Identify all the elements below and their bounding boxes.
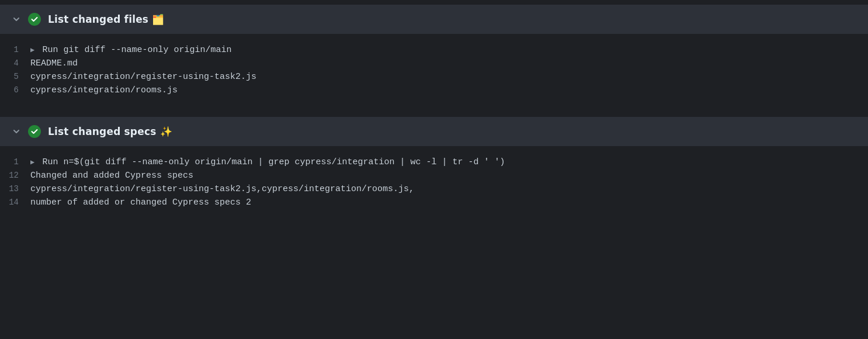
line-number: 13 xyxy=(0,184,30,193)
log-line: 1▶ Run git diff --name-only origin/main xyxy=(0,43,868,57)
chevron-down-icon xyxy=(12,128,21,135)
log-line: 13cypress/integration/register-using-tas… xyxy=(0,182,868,196)
section-header-list-changed-specs[interactable]: List changed specs ✨ xyxy=(0,117,868,146)
section-body-list-changed-specs: 1▶ Run n=$(git diff --name-only origin/m… xyxy=(0,146,868,223)
line-content: cypress/integration/register-using-task2… xyxy=(30,184,414,194)
line-content: Changed and added Cypress specs xyxy=(30,171,193,181)
line-number: 14 xyxy=(0,198,30,207)
section-header-list-changed-files[interactable]: List changed files 🗂️ xyxy=(0,5,868,34)
line-content: ▶ Run git diff --name-only origin/main xyxy=(30,45,232,55)
log-line: 14number of added or changed Cypress spe… xyxy=(0,196,868,209)
log-line: 12Changed and added Cypress specs xyxy=(0,169,868,182)
line-number: 1 xyxy=(0,157,30,167)
line-content: README.md xyxy=(30,58,78,68)
line-content: cypress/integration/register-using-task2… xyxy=(30,72,256,82)
log-line: 1▶ Run n=$(git diff --name-only origin/m… xyxy=(0,155,868,169)
log-line: 5cypress/integration/register-using-task… xyxy=(0,70,868,84)
line-number: 6 xyxy=(0,85,30,95)
play-icon: ▶ xyxy=(30,158,39,167)
main-container: List changed files 🗂️1▶ Run git diff --n… xyxy=(0,0,868,230)
line-content: cypress/integration/rooms.js xyxy=(30,85,178,95)
line-number: 12 xyxy=(0,171,30,180)
line-number: 5 xyxy=(0,72,30,81)
check-circle-icon xyxy=(28,13,41,26)
section-title: List changed specs ✨ xyxy=(48,126,172,137)
section-list-changed-files: List changed files 🗂️1▶ Run git diff --n… xyxy=(0,5,868,111)
line-number: 4 xyxy=(0,58,30,68)
command-text: Run git diff --name-only origin/main xyxy=(42,45,231,55)
log-line: 4README.md xyxy=(0,57,868,70)
check-circle-icon xyxy=(28,125,41,138)
line-number: 1 xyxy=(0,45,30,54)
command-text: Run n=$(git diff --name-only origin/main… xyxy=(42,157,505,167)
section-title: List changed files 🗂️ xyxy=(48,13,164,25)
section-list-changed-specs: List changed specs ✨1▶ Run n=$(git diff … xyxy=(0,117,868,223)
line-content: number of added or changed Cypress specs… xyxy=(30,198,251,207)
play-icon: ▶ xyxy=(30,46,39,54)
section-body-list-changed-files: 1▶ Run git diff --name-only origin/main4… xyxy=(0,34,868,111)
line-content: ▶ Run n=$(git diff --name-only origin/ma… xyxy=(30,157,505,167)
chevron-down-icon xyxy=(12,16,21,23)
log-line: 6cypress/integration/rooms.js xyxy=(0,84,868,97)
